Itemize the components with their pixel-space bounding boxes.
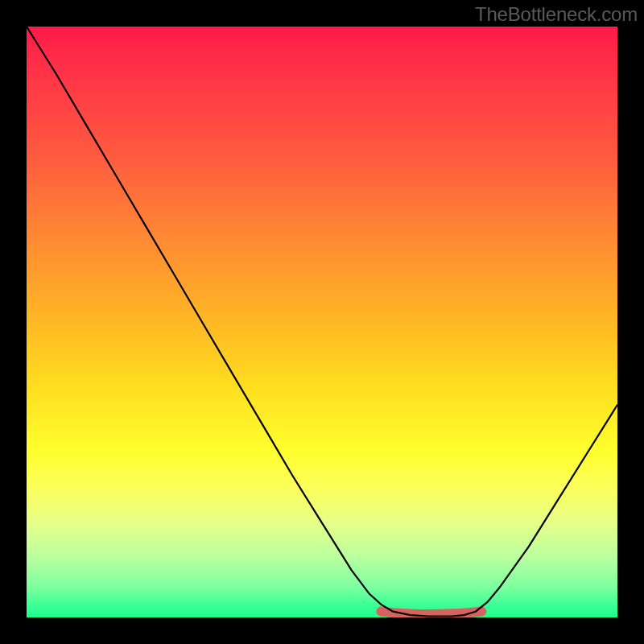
watermark-text: TheBottleneck.com [475, 3, 638, 26]
bottleneck-curve [27, 27, 617, 617]
chart-container: TheBottleneck.com [0, 0, 644, 644]
plot-area [27, 27, 617, 617]
curve-svg [27, 27, 617, 617]
